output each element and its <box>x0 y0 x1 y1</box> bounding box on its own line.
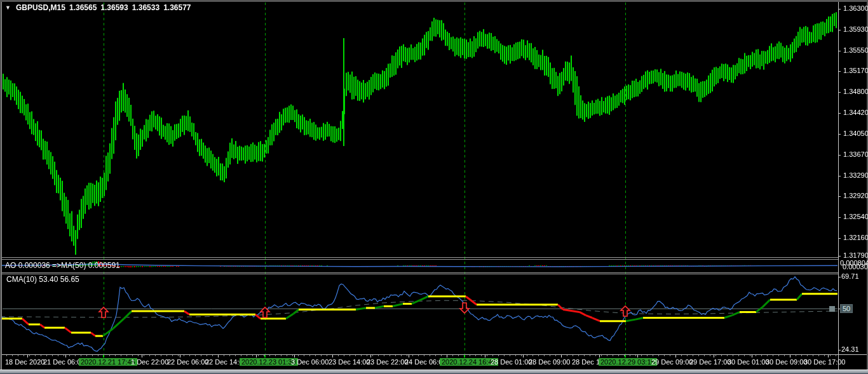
mt4-chart-window: ▼GBPUSD,M151.365651.365931.365331.36577 … <box>0 0 868 374</box>
chart-canvas[interactable] <box>0 0 868 374</box>
